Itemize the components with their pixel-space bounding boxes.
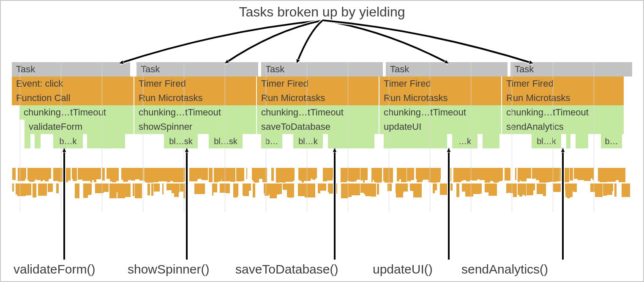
microtask-bar: Run Microtasks: [257, 91, 379, 105]
spark: [453, 168, 455, 182]
spark-row-2: [12, 183, 633, 200]
spark: [24, 183, 31, 195]
event-bar: Timer Fired: [257, 77, 379, 91]
spark: [121, 168, 129, 180]
spark: [532, 168, 534, 179]
grid-line: [20, 62, 20, 212]
grid-line: [430, 62, 430, 212]
spark: [413, 183, 422, 197]
spark: [371, 168, 373, 182]
spark: [519, 183, 522, 197]
spark: [153, 168, 162, 181]
spark: [271, 168, 273, 181]
function-label: showSpinner(): [128, 262, 209, 277]
spark: [123, 183, 131, 197]
spark: [220, 183, 228, 193]
grid-line: [594, 62, 594, 212]
spark: [573, 183, 577, 192]
spark: [254, 168, 256, 180]
spark: [595, 183, 603, 197]
spark: [345, 168, 348, 181]
row-event: Event: click Timer Fired Timer Fired Tim…: [12, 77, 633, 91]
spark: [352, 183, 360, 195]
task-bar: Task: [261, 62, 383, 77]
spark: [342, 183, 347, 195]
spark: [73, 168, 77, 181]
spark: [494, 168, 499, 183]
spark: [491, 183, 496, 193]
spark: [433, 183, 437, 190]
spark: [505, 168, 511, 181]
function-label: updateUI(): [373, 262, 433, 277]
spark: [477, 183, 482, 194]
spark: [94, 168, 101, 179]
spark: [539, 168, 547, 183]
spark: [253, 183, 255, 197]
spark: [148, 168, 153, 183]
spark: [21, 183, 22, 194]
spark: [278, 183, 282, 194]
chunking-bar: chunking…tTimeout: [19, 105, 134, 120]
spark: [363, 168, 365, 183]
event-bar: Timer Fired: [134, 77, 256, 91]
grid-line: [553, 62, 553, 212]
function-label: sendAnalytics(): [461, 262, 548, 277]
spark: [462, 183, 465, 192]
spark: [599, 168, 602, 180]
grid-line: [143, 62, 143, 212]
grid-line: [225, 62, 225, 212]
spark: [90, 168, 92, 183]
spark: [106, 168, 112, 179]
spark: [133, 168, 136, 179]
spark: [311, 168, 317, 178]
event-bar: Event: click: [12, 77, 134, 91]
grid-line: [389, 62, 389, 212]
spark: [102, 168, 105, 181]
spark: [162, 183, 164, 194]
spark: [270, 183, 276, 198]
spark: [138, 168, 142, 179]
spark: [161, 168, 169, 181]
spark: [427, 168, 434, 180]
microtask-bar: Run Microtasks: [379, 91, 501, 105]
spark: [56, 183, 59, 193]
row-subbars: b…k bl…skbl…sk b…bl…k …k bl…kb…: [12, 134, 633, 148]
spark: [154, 183, 160, 192]
spark: [553, 183, 561, 192]
sub-bar: b…: [601, 134, 622, 148]
grid-line: [307, 62, 307, 212]
spark: [374, 168, 382, 181]
spark: [357, 168, 358, 179]
sub-bar: …k: [452, 134, 478, 148]
spark: [563, 168, 569, 182]
spark: [32, 168, 39, 178]
spark: [520, 168, 522, 180]
sub-bar: [384, 134, 447, 148]
spark: [416, 168, 420, 178]
fn-bar: saveToDatabase: [257, 120, 379, 134]
grid-line: [102, 62, 102, 212]
spark: [117, 183, 120, 192]
spark: [365, 183, 372, 196]
task-bar: Task: [386, 62, 508, 77]
spark: [565, 183, 573, 197]
spark: [133, 183, 135, 196]
spark: [303, 168, 305, 179]
spark: [213, 183, 215, 192]
spark: [323, 168, 327, 181]
sub-bar: [483, 134, 499, 148]
spark: [40, 168, 43, 179]
spark: [12, 168, 15, 180]
sub-bar: bl…k: [532, 134, 561, 148]
spark: [63, 168, 71, 181]
spark: [448, 168, 451, 181]
spark: [446, 183, 453, 191]
spark: [257, 168, 260, 178]
spark: [490, 183, 491, 196]
flame-chart: Task Task Task Task Task Event: click Ti…: [12, 62, 633, 148]
spark: [238, 168, 243, 179]
spark: [212, 183, 213, 195]
grid-line: [471, 62, 471, 212]
spark: [387, 183, 392, 191]
spark: [570, 168, 573, 181]
